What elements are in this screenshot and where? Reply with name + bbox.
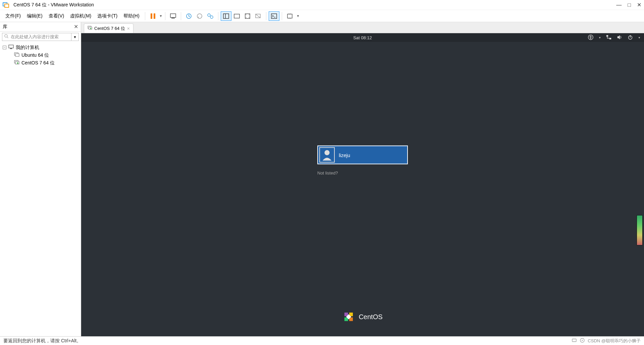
vm-running-icon xyxy=(14,60,19,66)
svg-rect-32 xyxy=(606,35,608,37)
accessibility-icon[interactable] xyxy=(588,34,594,41)
vmware-icon xyxy=(3,2,9,8)
search-icon xyxy=(4,34,9,40)
view-single-button[interactable] xyxy=(232,12,242,20)
menu-tabs[interactable]: 选项卡(T) xyxy=(95,12,120,20)
tree-vm-label: Ubuntu 64 位 xyxy=(21,52,49,58)
device-cd-icon[interactable] xyxy=(580,338,585,344)
menu-view[interactable]: 查看(V) xyxy=(46,12,67,20)
centos-brand-text: CentOS xyxy=(359,313,382,321)
svg-point-8 xyxy=(208,14,210,16)
gnome-top-bar: Sat 08:12 ▼ ▼ xyxy=(81,33,644,42)
revert-snapshot-button[interactable] xyxy=(195,12,205,20)
menu-help[interactable]: 帮助(H) xyxy=(121,12,142,20)
svg-rect-20 xyxy=(9,45,13,48)
vm-icon xyxy=(14,52,19,58)
chevron-down-icon: ▼ xyxy=(598,36,601,39)
tree-vm-ubuntu[interactable]: Ubuntu 64 位 xyxy=(2,51,79,59)
snapshot-button[interactable] xyxy=(184,12,194,20)
tree-collapse-icon[interactable]: − xyxy=(3,46,6,49)
svg-rect-1 xyxy=(5,4,9,7)
volume-icon[interactable] xyxy=(616,34,623,41)
svg-point-45 xyxy=(582,340,583,341)
console-view-button[interactable] xyxy=(269,12,279,20)
watermark-text: CSDN @聪明乖巧的小狮子 xyxy=(588,338,641,344)
maximize-button[interactable]: □ xyxy=(628,2,631,8)
gnome-clock[interactable]: Sat 08:12 xyxy=(353,35,372,40)
svg-rect-2 xyxy=(151,13,152,19)
window-title: CentOS 7 64 位 - VMware Workstation xyxy=(13,2,616,8)
device-disk-icon[interactable] xyxy=(572,338,577,344)
tree-vm-centos[interactable]: CentOS 7 64 位 xyxy=(2,59,79,67)
menu-edit[interactable]: 编辑(E) xyxy=(24,12,45,20)
svg-point-18 xyxy=(5,35,7,37)
svg-point-31 xyxy=(590,35,591,36)
svg-rect-12 xyxy=(234,14,239,18)
svg-rect-43 xyxy=(572,339,576,342)
svg-rect-3 xyxy=(154,13,155,19)
vm-running-icon xyxy=(88,26,92,31)
tab-close-button[interactable]: × xyxy=(127,26,130,31)
svg-marker-34 xyxy=(618,35,620,39)
svg-rect-5 xyxy=(171,18,175,18)
network-icon[interactable] xyxy=(606,34,612,41)
stretch-button[interactable] xyxy=(285,12,295,20)
svg-line-15 xyxy=(256,14,260,18)
svg-point-9 xyxy=(210,16,213,18)
svg-rect-4 xyxy=(170,14,176,17)
login-user-button[interactable]: lizeju xyxy=(317,146,408,164)
svg-point-37 xyxy=(324,150,329,155)
menu-bar: 文件(F) 编辑(E) 查看(V) 虚拟机(M) 选项卡(T) 帮助(H) ▼ … xyxy=(0,10,644,22)
centos-logo-icon xyxy=(342,311,355,323)
vm-tree: − 我的计算机 Ubuntu 64 位 CentOS 7 64 位 xyxy=(0,42,81,68)
not-listed-link[interactable]: Not listed? xyxy=(317,170,408,176)
menu-file[interactable]: 文件(F) xyxy=(3,12,23,20)
minimize-button[interactable]: — xyxy=(616,2,622,8)
svg-line-19 xyxy=(7,37,8,38)
vm-display[interactable]: Sat 08:12 ▼ ▼ lizeju Not xyxy=(81,33,644,336)
svg-rect-17 xyxy=(287,14,292,18)
snapshot-manager-button[interactable] xyxy=(205,12,215,20)
activity-indicator xyxy=(637,215,643,245)
fullscreen-button[interactable] xyxy=(243,12,253,20)
search-dropdown[interactable]: ▼ xyxy=(71,33,79,41)
search-placeholder: 在此处键入内容进行搜索 xyxy=(11,34,59,40)
library-close-button[interactable]: ✕ xyxy=(74,23,78,30)
power-dropdown[interactable]: ▼ xyxy=(159,14,163,18)
chevron-down-icon: ▼ xyxy=(638,36,641,39)
login-username: lizeju xyxy=(339,152,350,158)
close-button[interactable]: ✕ xyxy=(637,2,641,8)
svg-rect-23 xyxy=(15,54,19,56)
status-bar: 要返回到您的计算机，请按 Ctrl+Alt。 CSDN @聪明乖巧的小狮子 xyxy=(0,336,644,345)
centos-brand: CentOS xyxy=(342,311,382,323)
tree-root-label: 我的计算机 xyxy=(16,45,39,51)
monitor-icon xyxy=(8,44,14,51)
status-hint: 要返回到您的计算机，请按 Ctrl+Alt。 xyxy=(3,338,81,344)
tab-bar: CentOS 7 64 位 × xyxy=(81,22,644,33)
main-area: CentOS 7 64 位 × Sat 08:12 ▼ ▼ xyxy=(81,22,644,336)
title-bar: CentOS 7 64 位 - VMware Workstation — □ ✕ xyxy=(0,0,644,10)
tab-label: CentOS 7 64 位 xyxy=(94,26,125,32)
login-panel: lizeju Not listed? xyxy=(317,146,408,176)
svg-rect-21 xyxy=(10,48,12,49)
stretch-dropdown[interactable]: ▼ xyxy=(296,14,300,18)
library-title: 库 xyxy=(3,24,7,30)
svg-rect-16 xyxy=(271,14,277,18)
library-panel: 库 ✕ 在此处键入内容进行搜索 ▼ − 我的计算机 Ubuntu 64 位 xyxy=(0,22,81,336)
menu-vm[interactable]: 虚拟机(M) xyxy=(67,12,94,20)
svg-rect-10 xyxy=(223,14,229,18)
pause-button[interactable] xyxy=(148,12,158,20)
tree-vm-label: CentOS 7 64 位 xyxy=(21,60,55,66)
tree-root-my-computer[interactable]: − 我的计算机 xyxy=(2,44,79,51)
unity-button[interactable] xyxy=(253,12,263,20)
avatar-icon xyxy=(319,147,335,163)
power-icon[interactable] xyxy=(627,34,633,41)
library-search-input[interactable]: 在此处键入内容进行搜索 xyxy=(2,33,71,41)
send-ctrl-alt-del-button[interactable] xyxy=(168,12,178,20)
view-sidebyside-button[interactable] xyxy=(221,12,231,20)
tab-centos[interactable]: CentOS 7 64 位 × xyxy=(84,23,133,33)
